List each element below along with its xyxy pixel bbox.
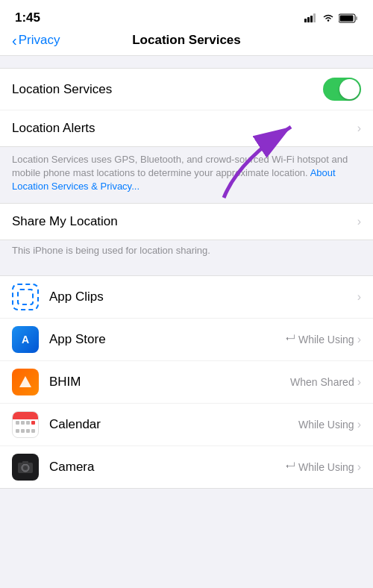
app-store-icon: A	[12, 326, 39, 353]
camera-svg	[17, 460, 34, 474]
cal-dot	[26, 421, 30, 425]
app-row-app-store[interactable]: A App Store ⮠ While Using ›	[0, 319, 373, 361]
cal-dot	[31, 421, 35, 425]
app-store-name: App Store	[49, 332, 286, 347]
bhim-icon	[12, 369, 39, 395]
svg-marker-8	[19, 376, 31, 387]
cal-dot	[16, 421, 19, 425]
location-alerts-right: ›	[357, 122, 361, 135]
location-services-toggle[interactable]	[323, 78, 361, 101]
calendar-body	[13, 419, 37, 437]
camera-chevron-icon: ›	[357, 460, 361, 474]
signal-icon	[304, 13, 318, 22]
app-store-status: ⮠ While Using ›	[286, 333, 361, 346]
share-location-right: ›	[357, 215, 361, 228]
app-clips-name: App Clips	[49, 290, 357, 304]
calendar-icon	[12, 411, 39, 438]
cal-dot	[21, 421, 25, 425]
app-row-calendar[interactable]: Calendar While Using ›	[0, 404, 373, 446]
app-store-status-text: While Using	[298, 334, 354, 345]
app-list-section: App Clips › A App Store ⮠ While Using ›	[0, 275, 373, 489]
nav-title: Location Services	[132, 33, 241, 48]
status-bar: 1:45	[0, 0, 373, 30]
battery-icon	[339, 13, 358, 23]
svg-text:A: A	[22, 334, 29, 345]
share-location-section: Share My Location ›	[0, 203, 373, 240]
svg-rect-1	[307, 17, 310, 22]
toggle-knob	[339, 79, 360, 99]
svg-rect-2	[310, 16, 313, 22]
app-clips-chevron-icon: ›	[357, 290, 361, 304]
calendar-name: Calendar	[49, 417, 298, 432]
app-store-chevron-icon: ›	[357, 333, 361, 346]
app-store-location-icon: ⮠	[286, 334, 295, 345]
location-services-label: Location Services	[12, 82, 112, 97]
back-chevron-icon: ‹	[12, 33, 17, 48]
cal-dot	[31, 429, 35, 433]
share-location-chevron-icon: ›	[357, 215, 361, 228]
camera-location-icon: ⮠	[286, 461, 295, 472]
cal-dot	[21, 429, 25, 433]
status-time: 1:45	[15, 10, 40, 25]
camera-icon	[12, 454, 39, 481]
app-clips-status: ›	[357, 290, 361, 304]
share-my-location-label: Share My Location	[12, 214, 118, 229]
svg-rect-6	[340, 15, 354, 21]
share-my-location-row[interactable]: Share My Location ›	[0, 204, 373, 240]
svg-rect-12	[22, 461, 28, 464]
bhim-svg	[17, 374, 34, 390]
location-services-description: Location Services uses GPS, Bluetooth, a…	[0, 147, 373, 203]
bhim-status-text: When Shared	[290, 376, 354, 388]
about-link[interactable]: About Location Services & Privacy...	[12, 167, 336, 192]
bhim-chevron-icon: ›	[357, 375, 361, 389]
share-note: This iPhone is being used for location s…	[0, 240, 373, 263]
bhim-status: When Shared ›	[290, 375, 361, 389]
content: Location Services Location Alerts › Loca…	[0, 68, 373, 489]
app-clips-icon	[12, 284, 39, 310]
app-row-camera[interactable]: Camera ⮠ While Using ›	[0, 446, 373, 488]
location-alerts-chevron-icon: ›	[357, 122, 361, 135]
calendar-status-text: While Using	[298, 419, 354, 431]
calendar-chevron-icon: ›	[357, 418, 361, 431]
location-services-section: Location Services Location Alerts ›	[0, 68, 373, 147]
camera-status: ⮠ While Using ›	[286, 460, 361, 474]
svg-rect-3	[313, 13, 316, 22]
svg-rect-0	[304, 19, 307, 22]
back-label: Privacy	[19, 33, 60, 48]
calendar-header	[13, 412, 38, 419]
app-row-app-clips[interactable]: App Clips ›	[0, 276, 373, 319]
wifi-icon	[322, 13, 334, 22]
bhim-name: BHIM	[49, 375, 290, 390]
camera-name: Camera	[49, 460, 286, 475]
app-row-bhim[interactable]: BHIM When Shared ›	[0, 361, 373, 404]
back-button[interactable]: ‹ Privacy	[12, 33, 60, 48]
location-alerts-label: Location Alerts	[12, 121, 95, 136]
app-store-svg: A	[17, 331, 34, 348]
status-icons	[304, 13, 358, 23]
location-alerts-row[interactable]: Location Alerts ›	[0, 110, 373, 146]
location-services-row[interactable]: Location Services	[0, 69, 373, 110]
svg-rect-5	[356, 16, 357, 20]
camera-status-text: While Using	[298, 461, 354, 473]
nav-bar: ‹ Privacy Location Services	[0, 30, 373, 56]
cal-dot	[16, 429, 19, 433]
app-clips-inner-icon	[17, 289, 34, 305]
cal-dot	[26, 429, 30, 433]
svg-point-11	[23, 466, 28, 470]
calendar-status: While Using ›	[298, 418, 361, 431]
